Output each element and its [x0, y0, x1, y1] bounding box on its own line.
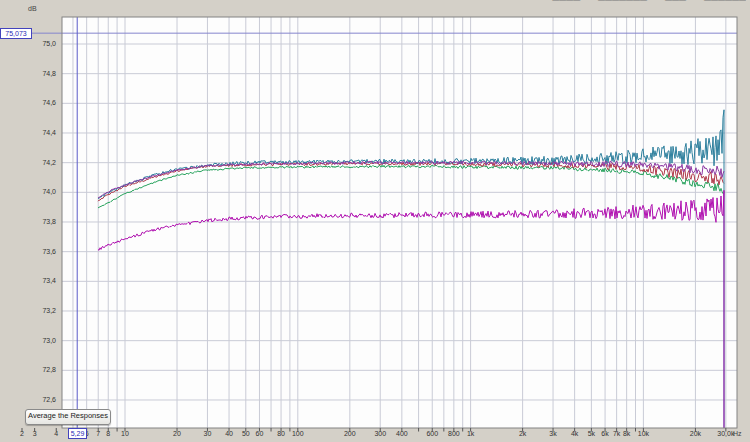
- y-axis-tick-label: 73,6: [0, 248, 56, 256]
- clipped-header-fragment: ———————: [598, 0, 647, 3]
- x-axis-tick-label: 30,0k: [711, 430, 741, 438]
- x-axis-tick-label: 10: [110, 430, 140, 438]
- y-axis-tick-label: 74,2: [0, 159, 56, 167]
- spl-graph-window: dB ———— ——————— ——— —————— 75,073 5,29 H…: [0, 0, 750, 442]
- x-axis-tick-label: 20: [162, 430, 192, 438]
- x-axis-tick-label: 4: [41, 430, 71, 438]
- x-axis-tick-label: 2k: [508, 430, 538, 438]
- clipped-header-fragment: ———: [665, 0, 686, 3]
- y-axis-tick-label: 75,0: [0, 40, 56, 48]
- x-axis-tick-label: 20k: [680, 430, 710, 438]
- clipped-header-fragment: ——————: [704, 0, 746, 3]
- y-axis-tick-label: 74,0: [0, 188, 56, 196]
- cursor-frequency-readout: 5,29: [68, 428, 87, 439]
- y-axis-tick-label: 73,8: [0, 218, 56, 226]
- y-axis-tick-label: 73,0: [0, 337, 56, 345]
- y-axis-tick-label: 74,8: [0, 70, 56, 78]
- spl-graph-canvas[interactable]: [0, 0, 750, 442]
- x-axis-tick-label: 100: [283, 430, 313, 438]
- y-axis-tick-label: 73,4: [0, 277, 56, 285]
- x-axis-tick-label: 200: [335, 430, 365, 438]
- y-axis-tick-label: 72,8: [0, 366, 56, 374]
- x-axis-tick-label: 1k: [456, 430, 486, 438]
- cursor-db-readout: 75,073: [0, 28, 32, 39]
- y-axis-tick-label: 74,4: [0, 129, 56, 137]
- clipped-header-fragment: ————: [552, 0, 580, 3]
- x-axis-tick-label: 10k: [628, 430, 658, 438]
- y-axis-unit-label: dB: [28, 5, 37, 12]
- average-responses-button[interactable]: Average the Responses: [25, 409, 111, 425]
- y-axis-tick-label: 72,6: [0, 396, 56, 404]
- y-axis-tick-label: 74,6: [0, 99, 56, 107]
- x-axis-tick-label: 400: [387, 430, 417, 438]
- clipped-header-text: ———— ——————— ——— ——————: [536, 0, 746, 5]
- y-axis-tick-label: 73,2: [0, 307, 56, 315]
